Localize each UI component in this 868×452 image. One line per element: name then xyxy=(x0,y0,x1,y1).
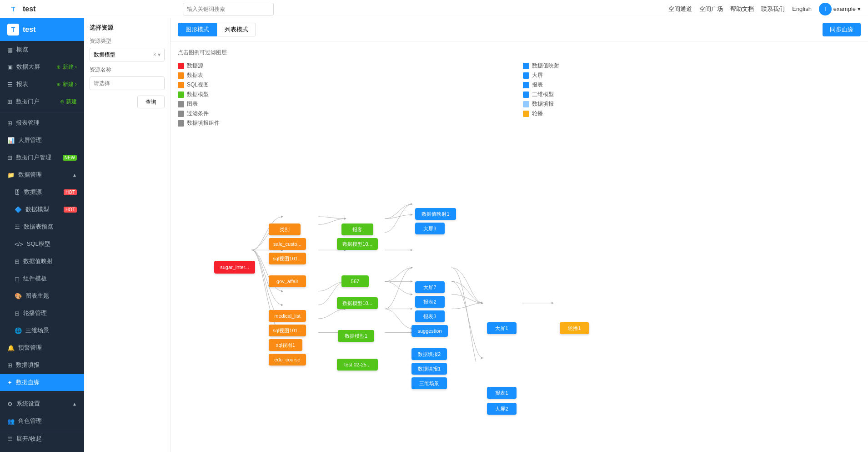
node-model1[interactable]: 数据模型1 xyxy=(338,330,374,342)
node-leij[interactable]: 类别 xyxy=(269,223,301,235)
legend-datatable[interactable]: 数据表 xyxy=(178,71,516,79)
user-dropdown[interactable]: T example ▾ xyxy=(819,3,861,15)
sidebar-item-alertmgmt[interactable]: 🔔 预警管理 xyxy=(0,339,84,356)
filter-title: 选择资源 xyxy=(90,24,165,32)
sidebar-item-datamgmt[interactable]: 📁 数据管理 ▲ xyxy=(0,166,84,183)
node-mapping1[interactable]: 数据值映射1 xyxy=(415,208,456,220)
right-panel: 选择资源 资源类型 数据模型 × ▾ 资源名称 查询 图形模式 列表模式 同步血… xyxy=(84,18,868,452)
node-baobiao1[interactable]: 报表1 xyxy=(487,387,517,399)
resource-name-input[interactable] xyxy=(90,76,165,90)
sidebar-label-alertmgmt: 预警管理 xyxy=(18,344,42,352)
legend-3dmodel[interactable]: 三维模型 xyxy=(523,91,861,98)
tab-graph-mode[interactable]: 图形模式 xyxy=(178,23,217,36)
node-daping2[interactable]: 大屏2 xyxy=(487,403,517,415)
legend-carousel[interactable]: 轮播 xyxy=(523,110,861,117)
new-btn-report[interactable]: ⊕ 新建 › xyxy=(56,81,77,88)
node-model10-2[interactable]: 数据模型10... xyxy=(337,297,378,309)
sidebar-item-screenmgmt[interactable]: 📊 大屏管理 xyxy=(0,132,84,149)
node-sale-custo[interactable]: sale_custo... xyxy=(269,238,306,250)
node-test0225[interactable]: test 02-25... xyxy=(337,359,378,371)
search-input[interactable] xyxy=(183,3,274,15)
badge-hot-datamodel: HOT xyxy=(64,207,77,213)
overview-icon: ▦ xyxy=(7,46,13,53)
sidebar-item-reportmgmt[interactable]: ⊞ 报表管理 xyxy=(0,114,84,132)
tab-list-mode[interactable]: 列表模式 xyxy=(217,23,256,36)
filter-panel: 选择资源 资源类型 数据模型 × ▾ 资源名称 查询 xyxy=(84,18,171,452)
legend-dot-mapping xyxy=(523,63,529,69)
legend-mapping[interactable]: 数据值映射 xyxy=(523,62,861,70)
node-model10-1[interactable]: 数据模型10... xyxy=(337,238,378,250)
nav-space-channel[interactable]: 空间通道 xyxy=(668,5,692,13)
sidebar-label-portalmgmt: 数据门户管理 xyxy=(16,153,51,162)
sidebar-logo: T test xyxy=(0,18,84,41)
datascreen-icon: ▣ xyxy=(7,64,13,71)
nav-contact[interactable]: 联系我们 xyxy=(761,5,785,13)
node-gov-affair[interactable]: gov_affair xyxy=(269,275,306,287)
legend-sqlview[interactable]: SQL视图 xyxy=(178,81,516,89)
node-suggestion[interactable]: suggestion xyxy=(411,325,448,337)
node-shujutb2[interactable]: 数据填报2 xyxy=(411,348,447,360)
node-baobiao3[interactable]: 报表3 xyxy=(415,310,445,322)
clear-select-icon[interactable]: × ▾ xyxy=(153,51,161,58)
node-sugar-inter[interactable]: sugar_inter... xyxy=(214,261,255,274)
node-edu-course[interactable]: edu_course xyxy=(269,354,306,366)
nav-help-docs[interactable]: 帮助文档 xyxy=(730,5,754,13)
node-sanwei[interactable]: 三维场景 xyxy=(411,377,447,389)
node-daping7[interactable]: 大屏7 xyxy=(415,281,445,293)
node-earn1[interactable]: 轮播1 xyxy=(560,322,589,334)
sidebar-label-charttheme: 图表主题 xyxy=(25,292,49,300)
node-sql1[interactable]: sql视图1 xyxy=(269,339,302,351)
node-shujutb1[interactable]: 数据填报1 xyxy=(411,363,447,375)
sidebar-item-datalineage[interactable]: ✦ 数据血缘 xyxy=(0,374,84,391)
sidebar-item-datafill[interactable]: ⊞ 数据填报 xyxy=(0,356,84,374)
node-sql101-1[interactable]: sql视图101... xyxy=(269,253,306,264)
legend-datamodel[interactable]: 数据模型 xyxy=(178,91,516,98)
sidebar-item-sqlmodel[interactable]: </> SQL模型 xyxy=(0,235,84,253)
node-baohu[interactable]: 报客 xyxy=(341,223,373,235)
charttheme-icon: 🎨 xyxy=(15,293,22,300)
legend-datafillcomp[interactable]: 数据填报组件 xyxy=(178,119,516,127)
resource-type-select[interactable]: 数据模型 × ▾ xyxy=(90,48,165,61)
sync-lineage-button[interactable]: 同步血缘 xyxy=(823,23,861,36)
sidebar-item-datamodel[interactable]: 🔷 数据模型 HOT xyxy=(0,201,84,218)
legend-screen[interactable]: 大屏 xyxy=(523,71,861,79)
sidebar-item-portalmgmt[interactable]: ⊟ 数据门户管理 NEW xyxy=(0,149,84,166)
sidebar-item-dataportal[interactable]: ⊞ 数据门户 ⊕ 新建 xyxy=(0,93,84,110)
sidebar-item-datamapping[interactable]: ⊞ 数据值映射 xyxy=(0,253,84,270)
node-daping1[interactable]: 大屏1 xyxy=(487,322,517,334)
nav-space-square[interactable]: 空间广场 xyxy=(699,5,723,13)
node-daping3[interactable]: 大屏3 xyxy=(415,223,445,234)
sidebar-item-charttheme[interactable]: 🎨 图表主题 xyxy=(0,287,84,305)
legend-chart[interactable]: 图表 xyxy=(178,100,516,108)
sidebar-item-rolemgmt[interactable]: 👥 角色管理 xyxy=(0,412,84,430)
sidebar-item-overview[interactable]: ▦ 概览 xyxy=(0,41,84,58)
new-btn-datascreen[interactable]: ⊕ 新建 › xyxy=(56,63,77,71)
sidebar-item-systemsettings[interactable]: ⚙ 系统设置 ▲ xyxy=(0,395,84,412)
nav-language[interactable]: English xyxy=(792,5,812,12)
sidebar-item-datasource[interactable]: 🗄 数据源 HOT xyxy=(0,183,84,201)
sidebar-item-datascreen[interactable]: ▣ 数据大屏 ⊕ 新建 › xyxy=(0,58,84,76)
sidebar-item-3dscene[interactable]: 🌐 三维场景 xyxy=(0,322,84,339)
legend-datafill[interactable]: 数据填报 xyxy=(523,100,861,108)
sidebar-item-widgettemplate[interactable]: ◻ 组件模板 xyxy=(0,270,84,287)
sidebar-item-carouselmgmt[interactable]: ⊟ 轮播管理 xyxy=(0,305,84,322)
sidebar-item-report[interactable]: ☰ 报表 ⊕ 新建 › xyxy=(0,76,84,93)
sidebar-item-expand[interactable]: ☰ 展开/收起 xyxy=(0,430,84,447)
sidebar-item-tablepreview[interactable]: ☰ 数据表预览 xyxy=(0,218,84,235)
query-button[interactable]: 查询 xyxy=(137,96,165,108)
legend-datasource[interactable]: 数据源 xyxy=(178,62,516,70)
legend-label-3dmodel: 三维模型 xyxy=(532,91,554,98)
legend-dot-datasource xyxy=(178,63,184,69)
node-567[interactable]: 567 xyxy=(341,275,369,287)
dag-canvas: sugar_inter... 类别 sale_custo... sql视图101… xyxy=(178,134,623,362)
node-baobiao2[interactable]: 报表2 xyxy=(415,296,445,308)
legend-report[interactable]: 报表 xyxy=(523,81,861,89)
legend-label-carousel: 轮播 xyxy=(532,110,543,117)
legend-filter[interactable]: 过滤条件 xyxy=(178,110,516,117)
datamgmt-icon: 📁 xyxy=(7,172,15,178)
legend-dot-datatable xyxy=(178,72,184,79)
sidebar-label-screenmgmt: 大屏管理 xyxy=(18,136,42,144)
new-btn-dataportal[interactable]: ⊕ 新建 xyxy=(60,98,77,106)
node-medical-list[interactable]: medical_list xyxy=(269,310,306,322)
node-sql101-2[interactable]: sql视图101... xyxy=(269,325,306,336)
